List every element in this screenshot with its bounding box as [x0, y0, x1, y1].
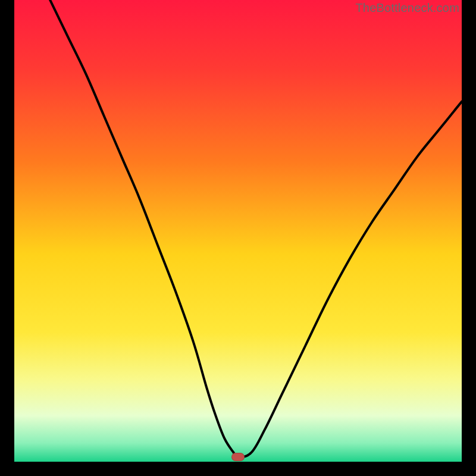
- watermark-text: TheBottleneck.com: [355, 1, 459, 15]
- frame-right: [462, 0, 476, 476]
- frame-bottom: [0, 462, 476, 476]
- bottleneck-curve: [14, 0, 462, 462]
- plot-area: [14, 0, 462, 462]
- bottleneck-chart: TheBottleneck.com: [0, 0, 476, 476]
- frame-left: [0, 0, 14, 476]
- minimum-marker: [231, 453, 245, 461]
